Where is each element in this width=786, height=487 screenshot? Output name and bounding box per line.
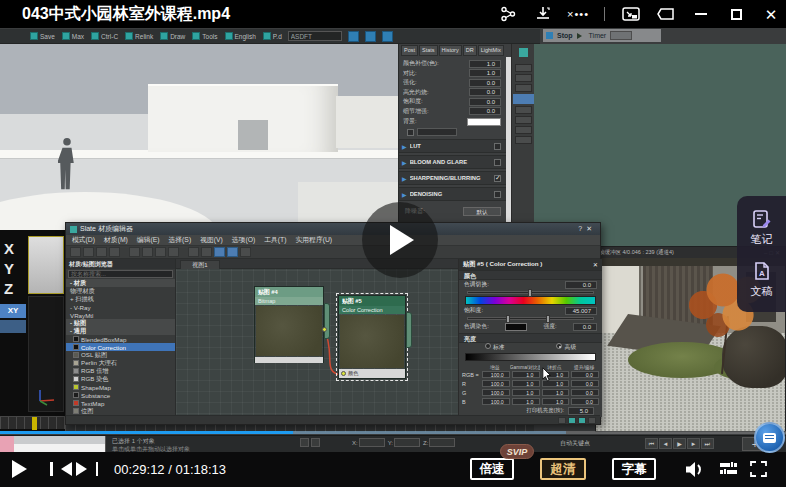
toolbar-icon[interactable] (96, 247, 107, 257)
mini-viewport-top[interactable] (28, 236, 64, 294)
vfb-section-header[interactable]: ▶DENOISING (399, 187, 511, 201)
selection-lock-icon[interactable] (300, 438, 309, 447)
input-socket[interactable] (341, 371, 346, 376)
search-input[interactable] (68, 270, 173, 278)
map-list-item[interactable]: Perlin 大理石 (66, 359, 175, 367)
script-button[interactable]: Draw (160, 32, 185, 40)
slate-help-icon[interactable]: ? (578, 225, 586, 232)
value-spinner[interactable]: 1.0 (469, 60, 501, 68)
value-spinner[interactable]: 0.0 (469, 79, 501, 87)
toolbar-icon-active[interactable] (214, 247, 225, 257)
modifier-stack-selected[interactable] (513, 94, 534, 104)
coordinate-field[interactable]: X: (352, 438, 385, 447)
gamma-spinner[interactable]: 1.0 (512, 371, 540, 378)
next-button[interactable] (80, 462, 98, 476)
printer-lights-spinner[interactable]: 5.0 (568, 407, 594, 415)
value-spinner[interactable]: 0.0 (469, 98, 501, 106)
next-frame-icon[interactable]: ► (687, 438, 700, 449)
denoiser-dropdown[interactable]: 默认 (463, 207, 501, 216)
script-tool-icon[interactable] (382, 31, 393, 42)
prev-frame-icon[interactable]: ◄ (659, 438, 672, 449)
zoom-extents-icon[interactable] (578, 417, 586, 424)
play-button[interactable] (12, 460, 36, 478)
checkbox[interactable] (494, 175, 501, 182)
settings-icon[interactable] (720, 461, 738, 476)
node-view[interactable]: 视图1 贴图 #4 Bitmap 贴图 #5 Color Correction (176, 259, 458, 417)
tint-swatch[interactable] (505, 323, 527, 331)
toolbar-icon[interactable] (168, 247, 179, 257)
browser-tree-row[interactable]: + 扫描线 (66, 295, 175, 303)
rollout-lightness[interactable]: 亮度 (459, 333, 602, 343)
browser-tree-row[interactable]: - 材质 (66, 279, 175, 287)
map-list-item[interactable]: TextMap (66, 399, 175, 407)
subtitle-button[interactable]: 字幕 (612, 458, 656, 480)
toolbar-icon[interactable] (188, 247, 199, 257)
browser-tree-row[interactable]: 物理材质 (66, 287, 175, 295)
go-start-icon[interactable]: ⏮ (645, 438, 658, 449)
axis-constraint-icon[interactable] (0, 320, 26, 333)
script-button[interactable]: Save (30, 32, 55, 40)
gain-spinner[interactable]: 100.0 (482, 389, 510, 396)
script-button[interactable]: Relink (125, 32, 153, 40)
gamma-spinner[interactable]: 1.0 (512, 380, 540, 387)
map-list-item[interactable]: Color Correction (66, 343, 175, 351)
fullscreen-icon[interactable] (750, 461, 767, 481)
close-icon[interactable]: ✕ (762, 5, 780, 23)
color-swatch[interactable] (467, 118, 501, 126)
mini-viewport-perspective[interactable] (28, 296, 64, 412)
node-side-tab[interactable] (406, 312, 412, 348)
value-spinner[interactable]: 1.0 (469, 69, 501, 77)
menu-item[interactable]: 模式(D) (72, 235, 95, 245)
vfb-section-header[interactable]: ▶SHARPENING/BLURRING (399, 171, 511, 185)
toolbar-icon[interactable] (155, 247, 166, 257)
toolbar-icon[interactable] (201, 247, 212, 257)
lift-spinner[interactable]: 0.0 (571, 371, 599, 378)
menu-item[interactable]: 实用程序(U) (296, 235, 333, 245)
maxscript-mini-listener[interactable] (0, 436, 106, 452)
mini-window-icon[interactable] (657, 5, 675, 23)
pivot-spinner[interactable]: 1.0 (542, 398, 570, 405)
time-slider[interactable] (0, 416, 65, 429)
vfb-section-header[interactable]: ▶LUT (399, 139, 511, 153)
map-list-item[interactable]: RGB 染色 (66, 375, 175, 383)
volume-icon[interactable] (684, 461, 706, 482)
script-button[interactable]: English (225, 32, 256, 40)
map-list-item[interactable]: Substance (66, 391, 175, 399)
coordinate-field[interactable]: Z: (423, 438, 455, 447)
toolbar-icon[interactable] (129, 247, 140, 257)
toolbar-icon-active[interactable] (227, 247, 238, 257)
previous-button[interactable] (50, 462, 68, 476)
map-list-item[interactable]: OSL 贴图 (66, 351, 175, 359)
vfb-section-header[interactable]: ▶BLOOM AND GLARE (399, 155, 511, 169)
value-spinner[interactable]: 0.0 (469, 88, 501, 96)
browser-header[interactable]: 材质/贴图浏览器 (66, 259, 175, 269)
map-list-item[interactable]: ShapeMap (66, 383, 175, 391)
color-correction-node[interactable]: 贴图 #5 Color Correction 颜色 (338, 295, 406, 379)
strength-spinner[interactable]: 0.0 (573, 323, 597, 331)
zoom-region-icon[interactable] (588, 417, 596, 424)
browser-tree-row[interactable]: VRayMtl (66, 311, 175, 319)
script-tool-icon[interactable] (348, 31, 359, 42)
script-button[interactable]: P.d (263, 32, 282, 40)
lift-spinner[interactable]: 0.0 (571, 398, 599, 405)
browser-tree-row[interactable]: - 通用 (66, 327, 175, 335)
download-icon[interactable] (534, 5, 552, 23)
browser-tree-row[interactable]: - V-Ray (66, 303, 175, 311)
quality-button[interactable]: 超清 (540, 458, 586, 480)
timer-value-box[interactable] (610, 31, 632, 40)
vfb-tab[interactable]: LightMix (478, 45, 504, 56)
zoom-icon[interactable] (568, 417, 576, 424)
rollout-color[interactable]: 颜色 (459, 270, 602, 280)
menu-item[interactable]: 工具(T) (264, 235, 286, 245)
checkbox[interactable] (494, 191, 501, 198)
vfb-tab[interactable]: Stats (419, 45, 438, 56)
menu-item[interactable]: 编辑(E) (137, 235, 160, 245)
time-slider-handle[interactable] (32, 417, 37, 430)
minimize-icon[interactable] (692, 5, 710, 23)
play-overlay-button[interactable] (362, 202, 438, 278)
seek-bar[interactable] (0, 431, 786, 434)
checkbox[interactable] (494, 143, 501, 150)
menu-item[interactable]: 材质(M) (104, 235, 128, 245)
share-icon[interactable] (499, 5, 517, 23)
toolbar-icon[interactable] (70, 247, 81, 257)
